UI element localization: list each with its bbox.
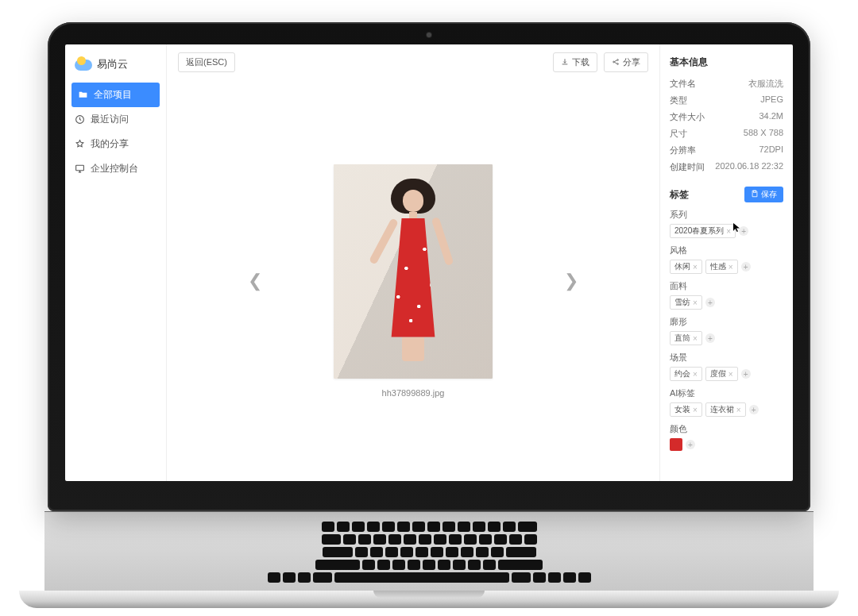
add-tag-button[interactable]: + xyxy=(739,226,748,236)
remove-icon[interactable]: × xyxy=(693,406,698,414)
laptop-frame: 易尚云 全部项目 最近访问 xyxy=(48,22,810,608)
prev-arrow[interactable]: ❮ xyxy=(240,263,270,299)
info-value: 34.2M xyxy=(759,111,783,123)
basic-info-title: 基本信息 xyxy=(670,56,783,69)
info-row: 类型JPEG xyxy=(670,92,783,109)
svg-point-4 xyxy=(617,63,619,64)
monitor-icon xyxy=(75,164,85,174)
tag-chip[interactable]: 雪纺× xyxy=(670,295,702,310)
remove-icon[interactable]: × xyxy=(693,263,698,271)
remove-icon[interactable]: × xyxy=(693,370,698,379)
tag-group-series: 系列 2020春夏系列× + xyxy=(670,209,783,238)
info-value: 衣服流洗 xyxy=(748,78,783,90)
tag-group-label: 风格 xyxy=(670,244,783,256)
svg-rect-1 xyxy=(76,165,84,171)
tag-group-label: 颜色 xyxy=(670,423,783,435)
save-icon xyxy=(751,190,759,199)
brand-logo[interactable]: 易尚云 xyxy=(65,52,166,83)
tags-title: 标签 xyxy=(670,188,689,202)
tag-group-fabric: 面料 雪纺× + xyxy=(670,280,783,310)
back-label: 返回(ESC) xyxy=(186,56,227,68)
tag-chip[interactable]: 2020春夏系列× xyxy=(670,224,736,238)
sidebar-item-label: 全部项目 xyxy=(94,88,132,102)
sidebar: 易尚云 全部项目 最近访问 xyxy=(65,44,167,481)
toolbar: 返回(ESC) 下载 分享 xyxy=(167,44,659,80)
add-tag-button[interactable]: + xyxy=(749,405,759,414)
tag-group-label: 廓形 xyxy=(670,316,783,328)
info-row: 创建时间2020.06.18 22:32 xyxy=(670,159,783,175)
keyboard xyxy=(44,511,814,591)
info-row: 分辨率72DPI xyxy=(670,142,783,159)
add-tag-button[interactable]: + xyxy=(741,262,751,271)
info-value: JPEG xyxy=(760,94,783,106)
remove-icon[interactable]: × xyxy=(693,334,698,343)
add-tag-button[interactable]: + xyxy=(705,298,715,307)
share-button[interactable]: 分享 xyxy=(604,52,648,72)
tag-chip[interactable]: 女装× xyxy=(670,402,702,417)
info-row: 尺寸588 X 788 xyxy=(670,125,783,142)
tag-group-label: 场景 xyxy=(670,352,783,364)
next-arrow[interactable]: ❯ xyxy=(556,263,586,299)
download-icon xyxy=(561,58,569,67)
sidebar-item-label: 企业控制台 xyxy=(91,162,138,175)
main-area: 返回(ESC) 下载 分享 xyxy=(167,44,659,481)
preview-image[interactable] xyxy=(334,164,493,379)
tag-group-shape: 廓形 直筒× + xyxy=(670,316,783,345)
tag-group-scene: 场景 约会× 度假× + xyxy=(670,352,783,381)
tag-chip[interactable]: 度假× xyxy=(705,367,738,381)
camera-icon xyxy=(427,33,431,37)
tag-chip[interactable]: 休闲× xyxy=(670,260,702,274)
star-icon xyxy=(75,139,85,149)
info-panel: 基本信息 文件名衣服流洗 类型JPEG 文件大小34.2M 尺寸588 X 78… xyxy=(659,44,793,481)
remove-icon[interactable]: × xyxy=(726,227,731,236)
info-key: 文件大小 xyxy=(670,111,705,123)
info-key: 类型 xyxy=(670,94,687,106)
tag-chip[interactable]: 连衣裙× xyxy=(705,402,746,417)
tag-group-color: 颜色 + xyxy=(670,423,783,451)
sidebar-item-shared[interactable]: 我的分享 xyxy=(65,132,166,156)
clock-icon xyxy=(75,114,85,125)
sidebar-item-all[interactable]: 全部项目 xyxy=(72,83,160,107)
remove-icon[interactable]: × xyxy=(729,263,733,271)
add-tag-button[interactable]: + xyxy=(705,333,715,343)
download-label: 下载 xyxy=(572,56,589,68)
download-button[interactable]: 下载 xyxy=(553,52,597,72)
cloud-icon xyxy=(75,58,92,71)
image-viewer: ❮ xyxy=(167,80,659,481)
screen-bezel: 易尚云 全部项目 最近访问 xyxy=(48,22,810,511)
sidebar-item-console[interactable]: 企业控制台 xyxy=(65,156,166,181)
info-value: 588 X 788 xyxy=(744,128,783,140)
sidebar-item-recent[interactable]: 最近访问 xyxy=(65,107,166,132)
app-window: 易尚云 全部项目 最近访问 xyxy=(65,44,793,481)
save-button[interactable]: 保存 xyxy=(744,187,783,202)
sidebar-item-label: 最近访问 xyxy=(91,113,129,126)
svg-point-2 xyxy=(613,61,615,63)
remove-icon[interactable]: × xyxy=(729,370,733,379)
svg-point-3 xyxy=(617,59,619,60)
tag-chip[interactable]: 直筒× xyxy=(670,331,702,345)
share-icon xyxy=(612,58,620,67)
image-wrap: hh37899889.jpg xyxy=(334,164,493,398)
back-button[interactable]: 返回(ESC) xyxy=(178,52,235,72)
tag-group-label: 面料 xyxy=(670,280,783,292)
brand-name: 易尚云 xyxy=(97,57,128,71)
share-label: 分享 xyxy=(623,56,640,68)
sidebar-item-label: 我的分享 xyxy=(91,137,129,151)
add-tag-button[interactable]: + xyxy=(686,440,695,449)
info-key: 分辨率 xyxy=(670,144,696,156)
color-swatch[interactable] xyxy=(670,438,682,451)
add-tag-button[interactable]: + xyxy=(741,369,751,379)
info-value: 72DPI xyxy=(759,144,783,156)
file-name: hh37899889.jpg xyxy=(334,388,493,398)
tag-chip[interactable]: 约会× xyxy=(670,367,702,381)
remove-icon[interactable]: × xyxy=(736,406,741,414)
tag-chip[interactable]: 性感× xyxy=(705,260,738,274)
tag-group-label: AI标签 xyxy=(670,387,783,399)
info-row: 文件大小34.2M xyxy=(670,109,783,125)
info-key: 创建时间 xyxy=(670,161,705,173)
tag-group-label: 系列 xyxy=(670,209,783,221)
tag-group-ai: AI标签 女装× 连衣裙× + xyxy=(670,387,783,417)
folder-icon xyxy=(78,90,88,100)
info-row: 文件名衣服流洗 xyxy=(670,75,783,92)
remove-icon[interactable]: × xyxy=(693,298,698,307)
